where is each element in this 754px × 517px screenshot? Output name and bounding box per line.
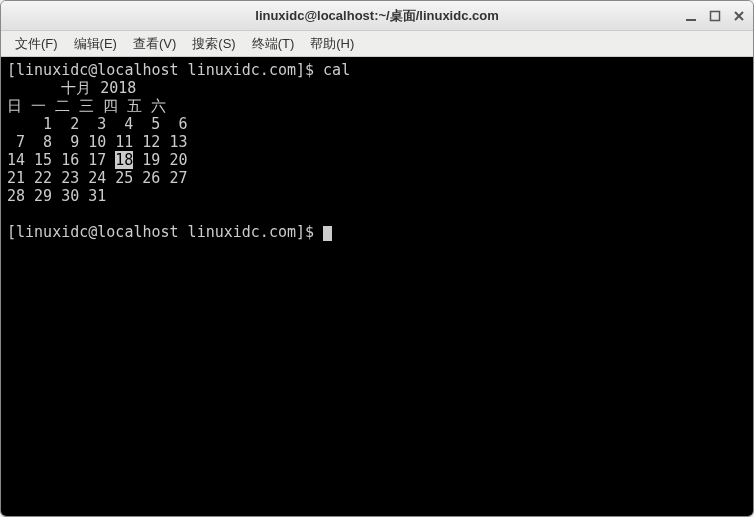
cal-day: 20 xyxy=(169,151,187,169)
window-controls xyxy=(685,10,745,22)
menu-view[interactable]: 查看(V) xyxy=(125,32,184,56)
menubar: 文件(F) 编辑(E) 查看(V) 搜索(S) 终端(T) 帮助(H) xyxy=(1,31,753,57)
cal-day: 1 xyxy=(34,115,52,133)
cal-row-4: 28293031 xyxy=(7,187,747,205)
cal-day: 13 xyxy=(169,133,187,151)
cal-row-2: 14151617181920 xyxy=(7,151,747,169)
cal-weekdays: 日 一 二 三 四 五 六 xyxy=(7,97,747,115)
cal-title: 十月 2018 xyxy=(7,79,747,97)
cal-day: 18 xyxy=(115,151,133,169)
cal-day: 14 xyxy=(7,151,25,169)
menu-file[interactable]: 文件(F) xyxy=(7,32,66,56)
cal-day: 4 xyxy=(115,115,133,133)
cal-day: 22 xyxy=(34,169,52,187)
menu-help[interactable]: 帮助(H) xyxy=(302,32,362,56)
menu-edit[interactable]: 编辑(E) xyxy=(66,32,125,56)
cal-day: 29 xyxy=(34,187,52,205)
prompt-text: [linuxidc@localhost linuxidc.com]$ xyxy=(7,223,323,241)
cal-day: 3 xyxy=(88,115,106,133)
cal-day: 17 xyxy=(88,151,106,169)
cal-day: 23 xyxy=(61,169,79,187)
cal-day: 5 xyxy=(142,115,160,133)
cal-day: 12 xyxy=(142,133,160,151)
cal-day: 31 xyxy=(88,187,106,205)
cal-day: 19 xyxy=(142,151,160,169)
terminal-window: linuxidc@localhost:~/桌面/linuxidc.com 文件(… xyxy=(0,0,754,517)
terminal-area[interactable]: [linuxidc@localhost linuxidc.com]$ cal 十… xyxy=(1,57,753,516)
cal-day-highlight: 18 xyxy=(115,151,133,169)
cal-row-0: 123456 xyxy=(7,115,747,133)
cal-day: 27 xyxy=(169,169,187,187)
cal-row-3: 21222324252627 xyxy=(7,169,747,187)
cal-day: 2 xyxy=(61,115,79,133)
prompt-line-2: [linuxidc@localhost linuxidc.com]$ xyxy=(7,223,747,241)
minimize-button[interactable] xyxy=(685,10,697,22)
cal-day: 8 xyxy=(34,133,52,151)
cal-day: 28 xyxy=(7,187,25,205)
cal-day: 7 xyxy=(7,133,25,151)
cal-day: 6 xyxy=(169,115,187,133)
cal-row-1: 78910111213 xyxy=(7,133,747,151)
cal-day: 30 xyxy=(61,187,79,205)
prompt-line-1: [linuxidc@localhost linuxidc.com]$ cal xyxy=(7,61,747,79)
titlebar[interactable]: linuxidc@localhost:~/桌面/linuxidc.com xyxy=(1,1,753,31)
svg-rect-1 xyxy=(711,11,720,20)
blank-line xyxy=(7,205,747,223)
cal-day: 15 xyxy=(34,151,52,169)
command-text: cal xyxy=(323,61,350,79)
close-button[interactable] xyxy=(733,10,745,22)
menu-search[interactable]: 搜索(S) xyxy=(184,32,243,56)
prompt-text: [linuxidc@localhost linuxidc.com]$ xyxy=(7,61,323,79)
cal-day: 26 xyxy=(142,169,160,187)
cal-day: 11 xyxy=(115,133,133,151)
maximize-button[interactable] xyxy=(709,10,721,22)
cal-day: 24 xyxy=(88,169,106,187)
cal-day: 10 xyxy=(88,133,106,151)
cal-day: 21 xyxy=(7,169,25,187)
cal-day: 9 xyxy=(61,133,79,151)
cal-day: 16 xyxy=(61,151,79,169)
menu-terminal[interactable]: 终端(T) xyxy=(244,32,303,56)
cal-day: 25 xyxy=(115,169,133,187)
window-title: linuxidc@localhost:~/桌面/linuxidc.com xyxy=(255,7,498,25)
cursor xyxy=(323,226,332,241)
